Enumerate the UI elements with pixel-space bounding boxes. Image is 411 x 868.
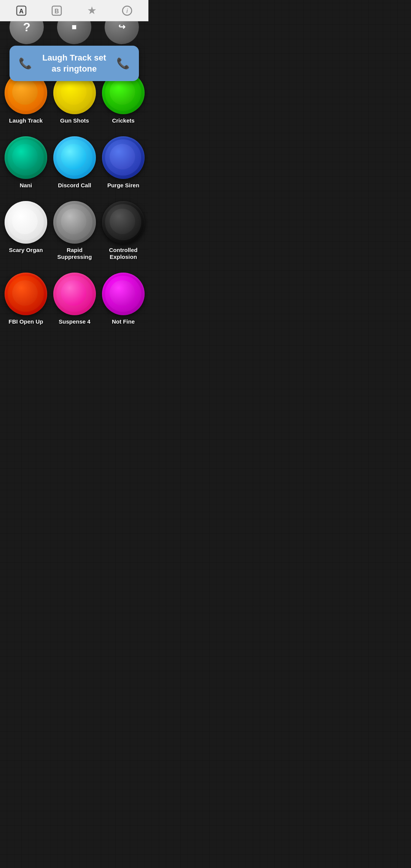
toast-left-icon: 📞 xyxy=(19,57,32,70)
sound-button-fbi-open-up[interactable] xyxy=(5,273,47,315)
sound-item-nani[interactable]: Nani xyxy=(3,132,49,193)
sound-label-controlled-explosion: Controlled Explosion xyxy=(102,247,145,260)
sound-item-discord-call[interactable]: Discord Call xyxy=(52,132,97,193)
sound-item-fbi-open-up[interactable]: FBI Open Up xyxy=(3,268,49,330)
sound-label-purge-siren: Purge Siren xyxy=(107,182,139,189)
sound-button-controlled-explosion[interactable] xyxy=(102,201,145,244)
sound-label-rapid-suppressing: Rapid Suppressing xyxy=(53,247,96,260)
partial-btn-1: ? xyxy=(10,21,44,44)
sound-label-discord-call: Discord Call xyxy=(58,182,91,189)
tab-info[interactable]: i xyxy=(118,2,136,20)
sound-label-crickets: Crickets xyxy=(112,117,134,124)
tab-favorites[interactable]: ★ xyxy=(83,2,101,20)
sounds-grid: Laugh Track Gun Shots Crickets Nani Disc… xyxy=(0,44,148,333)
sound-button-nani[interactable] xyxy=(5,136,47,179)
svg-text:B: B xyxy=(54,8,59,14)
toast-message: Laugh Track set as ringtone xyxy=(38,53,110,74)
svg-text:i: i xyxy=(126,8,128,14)
toast-overlay: 📞 Laugh Track set as ringtone 📞 xyxy=(0,43,148,84)
tab-b[interactable]: B xyxy=(48,2,66,20)
sound-button-purge-siren[interactable] xyxy=(102,136,145,179)
sound-label-laugh-track: Laugh Track xyxy=(9,117,43,124)
toast-notification: 📞 Laugh Track set as ringtone 📞 xyxy=(10,46,139,81)
sound-item-controlled-explosion[interactable]: Controlled Explosion xyxy=(100,196,146,265)
sound-item-suspense-4[interactable]: Suspense 4 xyxy=(52,268,97,330)
sound-label-scary-organ: Scary Organ xyxy=(9,247,43,254)
top-nav-bar: A B ★ i xyxy=(0,0,148,21)
partial-btn-2: ■ xyxy=(57,21,91,44)
sound-button-suspense-4[interactable] xyxy=(53,273,96,315)
partial-btn-3: ↪ xyxy=(105,21,139,44)
sound-label-nani: Nani xyxy=(20,182,32,189)
tab-a[interactable]: A xyxy=(12,2,30,20)
sound-item-scary-organ[interactable]: Scary Organ xyxy=(3,196,49,265)
sound-button-scary-organ[interactable] xyxy=(5,201,47,244)
sound-button-not-fine[interactable] xyxy=(102,273,145,315)
sound-item-not-fine[interactable]: Not Fine xyxy=(100,268,146,330)
sound-label-gun-shots: Gun Shots xyxy=(60,117,89,124)
sound-label-suspense-4: Suspense 4 xyxy=(59,318,90,325)
sound-button-rapid-suppressing[interactable] xyxy=(53,201,96,244)
partial-buttons-row: ? ■ ↪ xyxy=(0,21,148,44)
sound-label-fbi-open-up: FBI Open Up xyxy=(9,318,43,325)
sound-label-not-fine: Not Fine xyxy=(112,318,135,325)
svg-text:A: A xyxy=(19,8,24,14)
sound-button-discord-call[interactable] xyxy=(53,136,96,179)
toast-right-icon: 📞 xyxy=(116,57,130,70)
sound-item-purge-siren[interactable]: Purge Siren xyxy=(100,132,146,193)
sound-item-rapid-suppressing[interactable]: Rapid Suppressing xyxy=(52,196,97,265)
